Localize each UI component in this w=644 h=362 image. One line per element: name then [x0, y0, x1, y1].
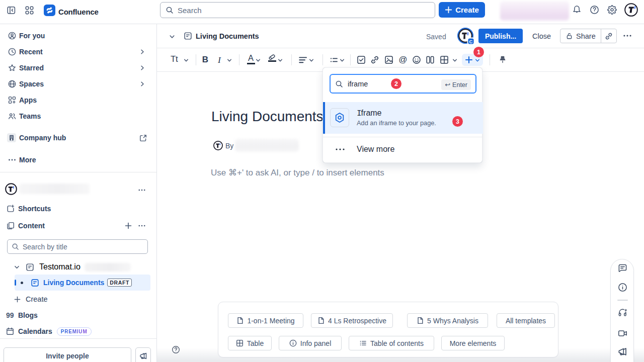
svg-text:C: C — [469, 39, 473, 44]
